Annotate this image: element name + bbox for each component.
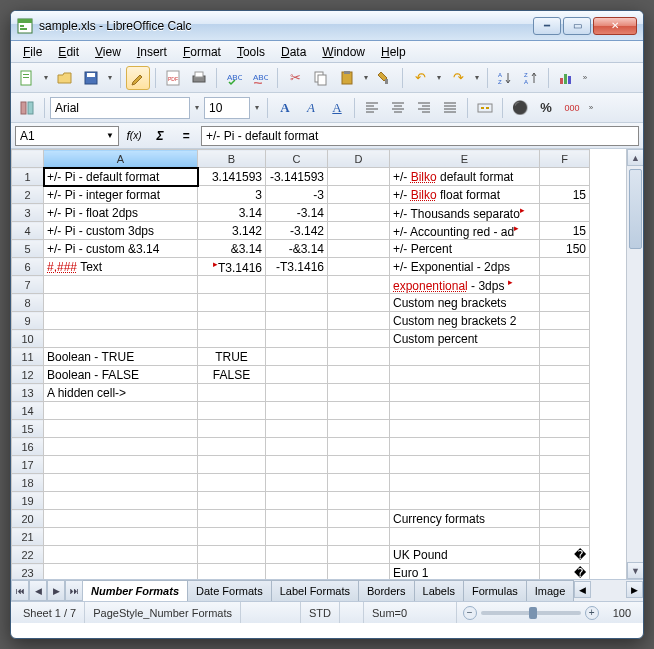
font-size-input[interactable] bbox=[204, 97, 250, 119]
cell[interactable] bbox=[328, 546, 390, 564]
cell[interactable]: +/- Pi - custom &3.14 bbox=[44, 240, 198, 258]
merge-cells-button[interactable] bbox=[473, 96, 497, 120]
cell[interactable]: � bbox=[540, 564, 590, 580]
sheet-tab-image[interactable]: Image bbox=[526, 580, 575, 601]
column-header-C[interactable]: C bbox=[266, 150, 328, 168]
cell[interactable]: FALSE bbox=[198, 366, 266, 384]
cell[interactable] bbox=[328, 294, 390, 312]
cell[interactable]: +/- Pi - float 2dps bbox=[44, 204, 198, 222]
cell[interactable] bbox=[390, 438, 540, 456]
cell[interactable] bbox=[198, 564, 266, 580]
cell[interactable]: Custom percent bbox=[390, 330, 540, 348]
cell[interactable]: 3 bbox=[198, 186, 266, 204]
cell[interactable] bbox=[390, 528, 540, 546]
cell[interactable]: -3.14 bbox=[266, 204, 328, 222]
row-header[interactable]: 1 bbox=[12, 168, 44, 186]
spellcheck-button[interactable]: ABC bbox=[222, 66, 246, 90]
cell[interactable]: Boolean - TRUE bbox=[44, 348, 198, 366]
cell[interactable] bbox=[266, 366, 328, 384]
cell[interactable]: &3.14 bbox=[198, 240, 266, 258]
cell[interactable] bbox=[328, 168, 390, 186]
cell[interactable] bbox=[540, 474, 590, 492]
currency-button[interactable]: ⚫ bbox=[508, 96, 532, 120]
align-justify-button[interactable] bbox=[438, 96, 462, 120]
sheet-tab-borders[interactable]: Borders bbox=[358, 580, 415, 601]
cell[interactable]: UK Pound bbox=[390, 546, 540, 564]
cell[interactable] bbox=[266, 384, 328, 402]
zoom-slider[interactable]: − + bbox=[457, 606, 605, 620]
sheet-tab-date-formats[interactable]: Date Formats bbox=[187, 580, 272, 601]
column-header-D[interactable]: D bbox=[328, 150, 390, 168]
cell[interactable]: 3.141593 bbox=[198, 168, 266, 186]
cell[interactable]: Currency formats bbox=[390, 510, 540, 528]
column-header-E[interactable]: E bbox=[390, 150, 540, 168]
cell[interactable] bbox=[328, 240, 390, 258]
cell[interactable] bbox=[198, 546, 266, 564]
underline-button[interactable]: A bbox=[325, 96, 349, 120]
cell[interactable]: Boolean - FALSE bbox=[44, 366, 198, 384]
cell[interactable] bbox=[44, 294, 198, 312]
cell[interactable]: 3.14 bbox=[198, 204, 266, 222]
cell[interactable] bbox=[266, 528, 328, 546]
row-header[interactable]: 7 bbox=[12, 276, 44, 294]
tab-last-button[interactable]: ⏭ bbox=[65, 580, 83, 601]
cell[interactable] bbox=[390, 366, 540, 384]
cell[interactable] bbox=[390, 456, 540, 474]
row-header[interactable]: 10 bbox=[12, 330, 44, 348]
cell[interactable] bbox=[328, 312, 390, 330]
cell[interactable]: -&3.14 bbox=[266, 240, 328, 258]
cell[interactable]: exponentional - 3dps ▸ bbox=[390, 276, 540, 294]
column-header-B[interactable]: B bbox=[198, 150, 266, 168]
cell[interactable]: ▸T3.1416 bbox=[198, 258, 266, 276]
cell[interactable] bbox=[198, 528, 266, 546]
cell[interactable] bbox=[44, 474, 198, 492]
cell[interactable] bbox=[266, 492, 328, 510]
cell[interactable] bbox=[266, 420, 328, 438]
new-doc-button[interactable] bbox=[15, 66, 39, 90]
cell[interactable]: 15 bbox=[540, 222, 590, 240]
format-toolbar-overflow[interactable]: » bbox=[586, 96, 596, 120]
undo-dropdown[interactable]: ▾ bbox=[434, 66, 444, 90]
cell[interactable] bbox=[198, 510, 266, 528]
format-paintbrush-button[interactable] bbox=[373, 66, 397, 90]
open-button[interactable] bbox=[53, 66, 77, 90]
status-signature[interactable] bbox=[340, 602, 364, 623]
paste-button[interactable] bbox=[335, 66, 359, 90]
export-pdf-button[interactable]: PDF bbox=[161, 66, 185, 90]
cell[interactable] bbox=[44, 510, 198, 528]
cell[interactable] bbox=[390, 420, 540, 438]
cell[interactable] bbox=[540, 294, 590, 312]
column-header-A[interactable]: A bbox=[44, 150, 198, 168]
status-insert-mode[interactable] bbox=[241, 602, 301, 623]
cell[interactable] bbox=[540, 384, 590, 402]
cell[interactable] bbox=[266, 456, 328, 474]
function-wizard-button[interactable]: f(x) bbox=[123, 126, 145, 146]
cell[interactable] bbox=[328, 348, 390, 366]
save-button[interactable] bbox=[79, 66, 103, 90]
align-left-button[interactable] bbox=[360, 96, 384, 120]
menu-tools[interactable]: Tools bbox=[229, 43, 273, 61]
cell[interactable] bbox=[540, 204, 590, 222]
bold-button[interactable]: A bbox=[273, 96, 297, 120]
scroll-right-button[interactable]: ▶ bbox=[626, 581, 643, 598]
print-button[interactable] bbox=[187, 66, 211, 90]
redo-button[interactable]: ↷ bbox=[446, 66, 470, 90]
row-header[interactable]: 8 bbox=[12, 294, 44, 312]
cell[interactable] bbox=[198, 276, 266, 294]
cell[interactable]: 150 bbox=[540, 240, 590, 258]
cell[interactable] bbox=[328, 384, 390, 402]
cell[interactable] bbox=[328, 564, 390, 580]
cell[interactable] bbox=[198, 330, 266, 348]
cell[interactable] bbox=[198, 312, 266, 330]
cell[interactable]: +/- Percent bbox=[390, 240, 540, 258]
vertical-scrollbar[interactable]: ▲ ▼ bbox=[626, 149, 643, 579]
row-header[interactable]: 9 bbox=[12, 312, 44, 330]
cell[interactable] bbox=[44, 564, 198, 580]
align-center-button[interactable] bbox=[386, 96, 410, 120]
cell[interactable] bbox=[328, 276, 390, 294]
cell[interactable] bbox=[44, 330, 198, 348]
cell[interactable] bbox=[266, 474, 328, 492]
zoom-thumb[interactable] bbox=[529, 607, 537, 619]
menu-format[interactable]: Format bbox=[175, 43, 229, 61]
cell[interactable] bbox=[540, 348, 590, 366]
